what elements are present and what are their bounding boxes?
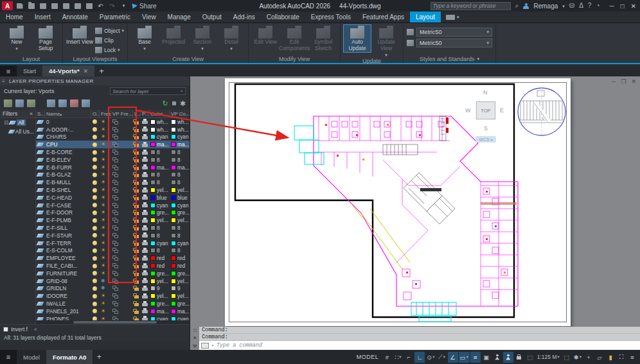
layer-lock-icon[interactable] xyxy=(134,257,139,261)
layer-lock-icon[interactable] xyxy=(134,159,139,162)
vp-color-control[interactable]: 8 xyxy=(171,149,181,155)
ribbon-tab-manage[interactable]: Manage xyxy=(162,12,197,22)
viewport-maximize-icon[interactable]: ⬚ xyxy=(525,352,535,363)
layer-color-control[interactable]: gre... xyxy=(150,270,169,277)
layer-plot-icon[interactable] xyxy=(142,166,148,169)
layer-row-adoor[interactable]: A-DOOR-...☀wh...wh... xyxy=(36,126,190,134)
layer-plot-icon[interactable] xyxy=(142,128,148,132)
new-file-icon[interactable] xyxy=(15,2,24,10)
vp-color-control[interactable]: gre... xyxy=(171,270,190,277)
ribbon-tab-layout[interactable]: Layout xyxy=(410,12,441,22)
layer-thaw-icon[interactable]: ☀ xyxy=(101,248,105,253)
command-window-grip[interactable]: ✕ ⚒ xyxy=(191,327,199,350)
assistant-icon[interactable]: ◔ xyxy=(596,3,600,9)
layer-search-input[interactable]: Search for layer ⌕ xyxy=(110,87,186,95)
clean-screen-icon[interactable]: ⛶ xyxy=(616,352,627,363)
vp-color-control[interactable]: red xyxy=(171,263,185,269)
layer-thaw-icon[interactable]: ☀ xyxy=(101,165,105,170)
vp-color-control[interactable]: ma... xyxy=(171,141,189,148)
column-header-p[interactable]: P... xyxy=(141,110,149,117)
layer-lock-icon[interactable] xyxy=(134,129,139,132)
layer-row-ebshel[interactable]: E-B-SHEL☀yel...yel... xyxy=(36,186,190,194)
drawing-canvas[interactable]: N W E S TOP WCS▾ ─ ❐ ✕ xyxy=(190,76,640,350)
layer-lock-icon[interactable] xyxy=(134,311,139,314)
refresh-icon[interactable]: ↻ xyxy=(163,100,168,108)
layer-plot-icon[interactable] xyxy=(142,189,148,193)
layer-lock-icon[interactable] xyxy=(134,281,139,284)
layer-thaw-icon[interactable]: ☀ xyxy=(101,172,105,177)
layer-on-icon[interactable] xyxy=(93,165,97,169)
layer-on-icon[interactable] xyxy=(93,143,97,147)
vp-color-control[interactable]: 8 xyxy=(171,232,181,239)
scale-control[interactable]: 1:125 M▾ xyxy=(536,352,561,363)
vp-freeze-icon[interactable] xyxy=(112,157,118,162)
layer-plot-icon[interactable] xyxy=(142,212,148,215)
layer-plot-icon[interactable] xyxy=(142,234,148,238)
autodesk-access-icon[interactable]: Δ xyxy=(579,3,583,9)
viewcube-north[interactable]: N xyxy=(483,89,488,96)
layer-row-efterr[interactable]: E-F-TERR☀cyancyan xyxy=(36,239,190,247)
filter-tree-item[interactable]: ⊟All xyxy=(0,118,35,127)
layer-on-icon[interactable] xyxy=(93,180,97,185)
polar-tracking-icon[interactable]: ⊙▾ xyxy=(425,352,436,363)
layer-row-ebcore[interactable]: E-B-CORE☀88 xyxy=(36,148,190,156)
layer-plot-icon[interactable] xyxy=(142,295,148,299)
layer-on-icon[interactable] xyxy=(93,218,97,223)
vp-color-control[interactable]: 8 xyxy=(171,247,181,254)
layer-thaw-icon[interactable]: ☀ xyxy=(101,150,105,155)
user-dropdown-icon[interactable]: ▾ xyxy=(562,4,565,8)
layer-lock-icon[interactable] xyxy=(134,303,139,306)
column-header-vpco[interactable]: VP Co... xyxy=(170,110,190,117)
new-drawing-tab-button[interactable]: + xyxy=(94,65,109,76)
layer-color-control[interactable]: ma... xyxy=(150,308,168,315)
ribbon-tab-parametric[interactable]: Parametric xyxy=(94,12,136,22)
app-store-icon[interactable]: ⛁ xyxy=(569,3,574,9)
pin-icon[interactable] xyxy=(172,101,176,105)
layer-plot-icon[interactable] xyxy=(142,204,148,207)
undo-icon[interactable]: ↶ xyxy=(96,2,105,10)
ribbon-tab-output[interactable]: Output xyxy=(197,12,227,22)
new-property-filter-icon[interactable] xyxy=(4,100,12,107)
layout-tab-model[interactable]: Model xyxy=(17,350,46,364)
layer-row-efdoor[interactable]: E-F-DOOR☀gre...gre... xyxy=(36,209,190,217)
ribbon-tab-featured-apps[interactable]: Featured Apps xyxy=(357,12,410,22)
layer-lock-icon[interactable] xyxy=(134,189,139,193)
open-file-icon[interactable] xyxy=(26,2,36,10)
layer-plot-icon[interactable] xyxy=(142,242,148,245)
transparency-icon[interactable]: ▣ xyxy=(481,352,492,363)
layer-color-control[interactable]: 8 xyxy=(150,247,160,254)
layer-plot-icon[interactable] xyxy=(142,310,148,313)
layer-row-ebfurr[interactable]: E-B-FURR☀ma...ma... xyxy=(36,164,190,171)
ribbon-button-new[interactable]: New▾ xyxy=(3,25,30,51)
vp-freeze-icon[interactable] xyxy=(112,165,118,170)
close-button[interactable]: ✕ xyxy=(631,3,636,10)
viewcube-west[interactable]: W xyxy=(465,107,471,114)
layer-on-icon[interactable] xyxy=(93,150,97,155)
layer-row-efcase[interactable]: E-F-CASE☀cyancyan xyxy=(36,202,190,209)
layer-lock-icon[interactable] xyxy=(134,144,139,147)
command-close-icon[interactable]: ✕ xyxy=(193,335,197,341)
ribbon-button-page-setup[interactable]: Page Setup xyxy=(32,25,59,52)
vp-color-control[interactable]: yel... xyxy=(171,217,189,223)
layer-lock-icon[interactable] xyxy=(134,174,139,177)
layer-lock-icon[interactable] xyxy=(134,121,139,125)
layer-thaw-icon[interactable]: ☀ xyxy=(101,225,105,230)
viewcube-east[interactable]: E xyxy=(500,107,504,114)
vp-color-control[interactable]: red xyxy=(171,255,185,261)
save-as-icon[interactable] xyxy=(49,2,59,10)
layer-row-ebmull[interactable]: E-B-MULL☀88 xyxy=(36,178,190,186)
layer-thaw-icon[interactable]: ☀ xyxy=(101,195,105,200)
set-current-layer-icon[interactable] xyxy=(82,100,90,107)
osnap-tracking-icon[interactable]: ∠ xyxy=(448,352,458,363)
layer-on-icon[interactable] xyxy=(93,127,97,132)
layer-color-control[interactable]: 8 xyxy=(150,149,160,155)
vp-freeze-icon[interactable] xyxy=(112,271,118,276)
layer-frozen-icon[interactable]: ❄ xyxy=(101,286,105,291)
layer-on-icon[interactable] xyxy=(93,135,97,139)
layer-on-icon[interactable] xyxy=(93,157,97,162)
layer-lock-icon[interactable] xyxy=(134,212,139,215)
layer-thaw-icon[interactable]: ☀ xyxy=(101,301,105,306)
vp-freeze-icon[interactable] xyxy=(112,150,118,155)
doc-minimize-icon[interactable]: ─ xyxy=(612,78,616,85)
layer-on-icon[interactable] xyxy=(93,203,97,207)
